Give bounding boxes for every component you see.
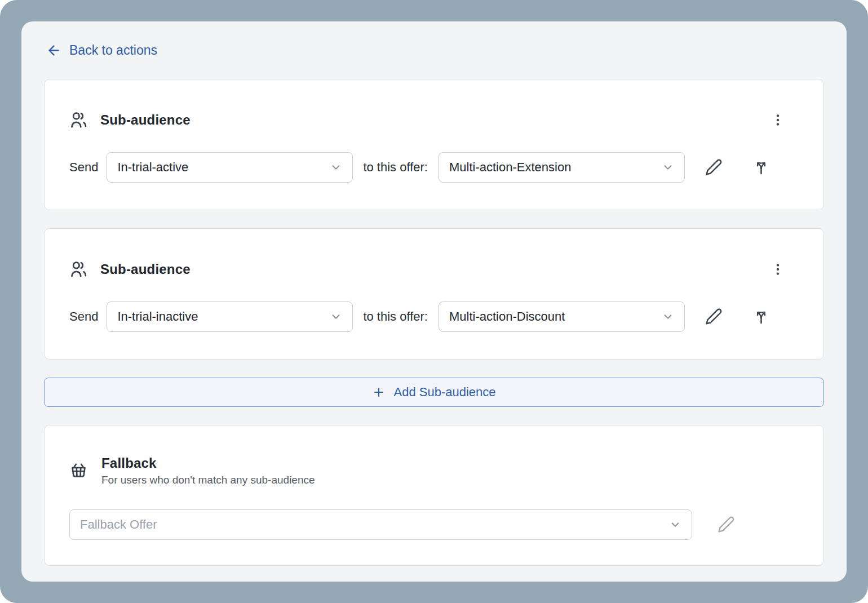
content-panel: Back to actions Sub-audience	[21, 21, 847, 582]
fallback-offer-select[interactable]: Fallback Offer	[69, 509, 692, 540]
branch-split-icon[interactable]	[749, 155, 774, 180]
chevron-down-icon	[669, 518, 681, 531]
offer-select[interactable]: Multi-action-Extension	[439, 152, 685, 183]
add-sub-audience-button[interactable]: Add Sub-audience	[44, 378, 824, 407]
audience-select-value: In-trial-inactive	[117, 309, 330, 324]
card-header: Sub-audience	[69, 111, 799, 130]
sub-audience-card: Sub-audience Send In-trial-inactive	[44, 228, 824, 360]
fallback-titles: Fallback For users who don't match any s…	[101, 455, 315, 487]
kebab-menu-icon[interactable]	[770, 261, 786, 277]
fallback-controls: Fallback Offer	[69, 509, 799, 540]
add-button-label: Add Sub-audience	[393, 385, 495, 400]
offer-label: to this offer:	[363, 309, 428, 324]
pencil-icon[interactable]	[714, 512, 738, 537]
offer-select[interactable]: Multi-action-Discount	[439, 302, 685, 332]
card-title: Sub-audience	[100, 261, 191, 278]
users-icon	[69, 111, 88, 130]
offer-select-value: Multi-action-Discount	[449, 309, 662, 324]
back-to-actions-link[interactable]: Back to actions	[46, 42, 157, 59]
send-label: Send	[69, 160, 98, 175]
pencil-icon[interactable]	[702, 155, 727, 180]
card-controls: Send In-trial-active to this offer: Mult…	[69, 152, 799, 183]
card-header: Sub-audience	[69, 260, 799, 279]
chevron-down-icon	[662, 161, 674, 174]
fallback-subtitle: For users who don't match any sub-audien…	[101, 473, 315, 487]
chevron-down-icon	[330, 161, 342, 174]
fallback-header: Fallback For users who don't match any s…	[69, 455, 799, 487]
basket-icon	[69, 462, 88, 480]
pencil-icon[interactable]	[702, 304, 727, 329]
fallback-offer-placeholder: Fallback Offer	[80, 517, 669, 532]
audience-select[interactable]: In-trial-active	[107, 152, 353, 183]
send-label: Send	[69, 309, 98, 324]
sub-audience-card: Sub-audience Send In-trial-active	[44, 79, 824, 210]
offer-label: to this offer:	[363, 160, 428, 175]
audience-select[interactable]: In-trial-inactive	[107, 302, 353, 332]
fallback-title: Fallback	[101, 455, 315, 472]
plus-icon	[372, 385, 386, 399]
card-title: Sub-audience	[100, 112, 191, 128]
card-controls: Send In-trial-inactive to this offer: Mu…	[69, 302, 799, 332]
fallback-card: Fallback For users who don't match any s…	[44, 425, 824, 566]
chevron-down-icon	[662, 311, 674, 323]
users-icon	[69, 260, 88, 279]
back-link-label: Back to actions	[69, 42, 157, 59]
app-frame: Back to actions Sub-audience	[0, 0, 868, 603]
offer-select-value: Multi-action-Extension	[449, 160, 662, 175]
chevron-down-icon	[330, 311, 342, 323]
kebab-menu-icon[interactable]	[770, 112, 786, 128]
audience-select-value: In-trial-active	[117, 160, 330, 175]
arrow-left-icon	[46, 43, 61, 58]
branch-split-icon[interactable]	[749, 304, 774, 329]
